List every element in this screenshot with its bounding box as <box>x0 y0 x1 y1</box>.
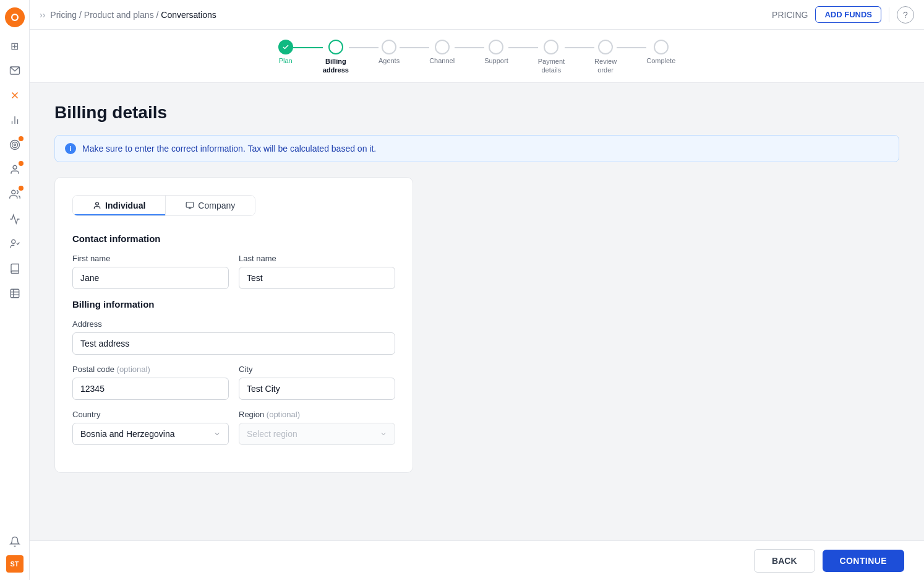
country-label: Country <box>72 410 229 419</box>
nav-divider <box>889 7 889 22</box>
last-name-label: Last name <box>239 254 395 263</box>
city-input[interactable] <box>239 378 395 400</box>
bell-icon[interactable] <box>4 530 26 553</box>
last-name-input[interactable] <box>239 267 395 289</box>
library-icon[interactable] <box>4 258 26 280</box>
x-close-icon[interactable] <box>4 84 26 106</box>
address-group: Address <box>72 319 395 355</box>
svg-point-12 <box>11 190 15 194</box>
svg-point-10 <box>14 144 15 146</box>
content: Plan Billingaddress Agents Ch <box>30 30 924 540</box>
connector-4 <box>455 47 484 48</box>
help-icon[interactable]: ? <box>897 6 914 24</box>
info-icon: i <box>65 143 76 154</box>
first-name-input[interactable] <box>72 267 229 289</box>
svg-point-1 <box>12 15 17 20</box>
billing-type-toggle: Individual Company <box>72 195 255 216</box>
country-group: Country Bosnia and Herzegovina United St… <box>72 410 229 445</box>
page-title: Billing details <box>54 103 899 123</box>
continue-button[interactable]: CONTINUE <box>823 550 904 572</box>
billing-section-label: Billing information <box>72 299 395 309</box>
analytics-icon[interactable] <box>4 109 26 131</box>
svg-point-8 <box>10 141 19 150</box>
step-channel-label: Channel <box>429 57 455 64</box>
first-name-group: First name <box>72 254 229 289</box>
connector-3 <box>400 47 429 48</box>
sidebar: ⊞ ST <box>0 0 30 580</box>
name-row: First name Last name <box>72 254 395 289</box>
target-icon[interactable] <box>4 134 26 156</box>
step-agents-label: Agents <box>379 57 400 64</box>
main-area: ›› Pricing / Product and plans / Convers… <box>30 0 924 580</box>
step-payment-label: Paymentdetails <box>538 57 565 75</box>
add-funds-button[interactable]: ADD FUNDS <box>815 6 881 23</box>
people-icon[interactable] <box>4 233 26 255</box>
expand-icon[interactable]: ›› <box>40 10 45 20</box>
step-complete-label: Complete <box>646 57 675 64</box>
info-message: Make sure to enter the correct informati… <box>82 144 376 154</box>
company-tab[interactable]: Company <box>166 196 255 215</box>
user-avatar[interactable]: ST <box>6 555 24 573</box>
grid-icon[interactable]: ⊞ <box>4 35 26 57</box>
pricing-link[interactable]: PRICING <box>772 10 808 20</box>
postal-code-group: Postal code (optional) <box>72 365 229 400</box>
country-select[interactable]: Bosnia and Herzegovina United States Uni… <box>72 423 229 445</box>
first-name-label: First name <box>72 254 229 263</box>
city-label: City <box>239 365 395 374</box>
topnav: ›› Pricing / Product and plans / Convers… <box>30 0 924 30</box>
table-icon[interactable] <box>4 282 26 305</box>
page-body: Billing details i Make sure to enter the… <box>30 83 924 540</box>
last-name-group: Last name <box>239 254 395 289</box>
region-group: Region (optional) Select region <box>239 410 395 445</box>
bottom-bar: BACK CONTINUE <box>30 540 924 580</box>
contact-section-label: Contact information <box>72 233 395 244</box>
back-button[interactable]: BACK <box>754 549 815 573</box>
postal-code-label: Postal code (optional) <box>72 365 229 374</box>
step-billing: Billingaddress <box>323 40 349 75</box>
step-plan-label: Plan <box>279 57 293 64</box>
region-select[interactable]: Select region <box>239 423 395 445</box>
step-plan: Plan <box>278 40 293 64</box>
step-review: Revieworder <box>594 40 617 75</box>
breadcrumb: Pricing / Product and plans / Conversati… <box>50 10 216 20</box>
svg-point-11 <box>13 165 17 169</box>
svg-point-18 <box>96 202 99 205</box>
step-support-label: Support <box>484 57 508 64</box>
connector-2 <box>349 47 379 48</box>
billing-card: Individual Company Contact information F… <box>54 177 413 473</box>
svg-point-13 <box>11 240 15 243</box>
step-agents: Agents <box>379 40 400 64</box>
step-channel: Channel <box>429 40 455 64</box>
individual-tab[interactable]: Individual <box>73 196 166 215</box>
team-icon[interactable] <box>4 183 26 206</box>
region-label: Region (optional) <box>239 410 395 419</box>
address-label: Address <box>72 319 395 329</box>
step-review-label: Revieworder <box>594 57 617 75</box>
topnav-right: PRICING ADD FUNDS ? <box>772 6 914 24</box>
logo[interactable] <box>5 7 25 27</box>
city-group: City <box>239 365 395 400</box>
step-billing-label: Billingaddress <box>323 57 349 75</box>
connector-7 <box>617 47 646 48</box>
postal-code-input[interactable] <box>72 378 229 400</box>
address-input[interactable] <box>72 332 395 355</box>
svg-rect-14 <box>11 289 19 298</box>
connector-5 <box>508 47 538 48</box>
step-support: Support <box>484 40 508 64</box>
postal-city-row: Postal code (optional) City <box>72 365 395 400</box>
step-complete: Complete <box>646 40 675 64</box>
contact-icon[interactable] <box>4 158 26 181</box>
info-banner: i Make sure to enter the correct informa… <box>54 135 899 162</box>
country-region-row: Country Bosnia and Herzegovina United St… <box>72 410 395 445</box>
chart-line-icon[interactable] <box>4 208 26 230</box>
inbox-icon[interactable] <box>4 59 26 82</box>
svg-point-9 <box>12 142 17 148</box>
svg-rect-19 <box>187 202 194 207</box>
connector-6 <box>565 47 594 48</box>
stepper: Plan Billingaddress Agents Ch <box>30 30 924 83</box>
connector-1 <box>293 47 323 48</box>
step-payment: Paymentdetails <box>538 40 565 75</box>
